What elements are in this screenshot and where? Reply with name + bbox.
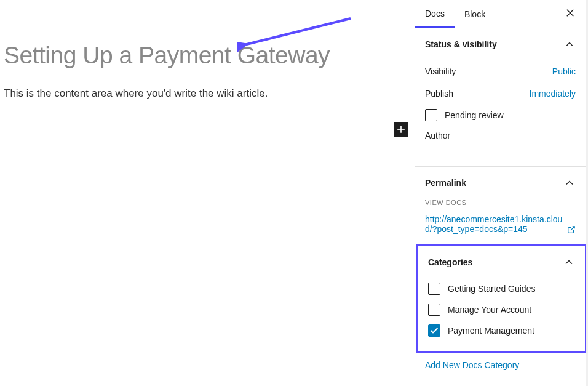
panel-title: Permalink — [425, 178, 466, 188]
chevron-up-icon — [563, 177, 576, 189]
publish-value[interactable]: Immediately — [530, 89, 576, 99]
chevron-up-icon — [563, 256, 575, 268]
post-title[interactable]: Setting Up a Payment Gateway — [4, 42, 396, 69]
tab-block[interactable]: Block — [455, 0, 495, 28]
post-content[interactable]: This is the content area where you'd wri… — [4, 87, 396, 100]
publish-label: Publish — [425, 89, 453, 99]
author-label: Author — [425, 126, 576, 156]
svg-line-6 — [571, 227, 574, 230]
category-checkbox-payment-management[interactable] — [428, 324, 440, 337]
panel-categories-header[interactable]: Categories — [418, 246, 585, 278]
settings-sidebar: Docs Block Status & visibility Visibilit… — [415, 0, 588, 386]
panel-permalink: Permalink VIEW DOCS http://anecommercesi… — [415, 167, 586, 244]
tab-docs[interactable]: Docs — [415, 1, 455, 28]
sidebar-tabs: Docs Block — [415, 0, 586, 28]
pending-review-label: Pending review — [445, 110, 504, 120]
add-block-button[interactable] — [394, 122, 408, 137]
category-checkbox-manage-account[interactable] — [428, 304, 440, 316]
view-docs-label: VIEW DOCS — [425, 199, 576, 206]
panel-title: Status & visibility — [425, 39, 497, 49]
categories-highlight: Categories Getting Started Guides Manage… — [416, 244, 587, 353]
panel-title: Categories — [428, 257, 472, 267]
category-label: Manage Your Account — [448, 305, 531, 315]
chevron-up-icon — [563, 38, 576, 50]
add-new-category-link[interactable]: Add New Docs Category — [415, 353, 586, 377]
panel-status-visibility-header[interactable]: Status & visibility — [415, 28, 586, 60]
svg-line-1 — [244, 18, 351, 45]
close-sidebar-button[interactable] — [562, 5, 578, 23]
panel-categories: Categories Getting Started Guides Manage… — [418, 246, 585, 351]
visibility-value[interactable]: Public — [552, 66, 576, 76]
category-checkbox-getting-started[interactable] — [428, 283, 440, 295]
panel-status-visibility: Status & visibility Visibility Public Pu… — [415, 28, 586, 167]
editor-area: Setting Up a Payment Gateway This is the… — [0, 0, 415, 386]
category-label: Getting Started Guides — [448, 284, 535, 294]
external-link-icon — [567, 225, 576, 234]
permalink-url[interactable]: http://anecommercesite1.kinsta.cloud/?po… — [425, 214, 576, 234]
panel-permalink-header[interactable]: Permalink — [415, 167, 586, 199]
category-label: Payment Management — [448, 326, 534, 336]
visibility-label: Visibility — [425, 66, 456, 76]
pending-review-checkbox[interactable] — [425, 109, 437, 121]
